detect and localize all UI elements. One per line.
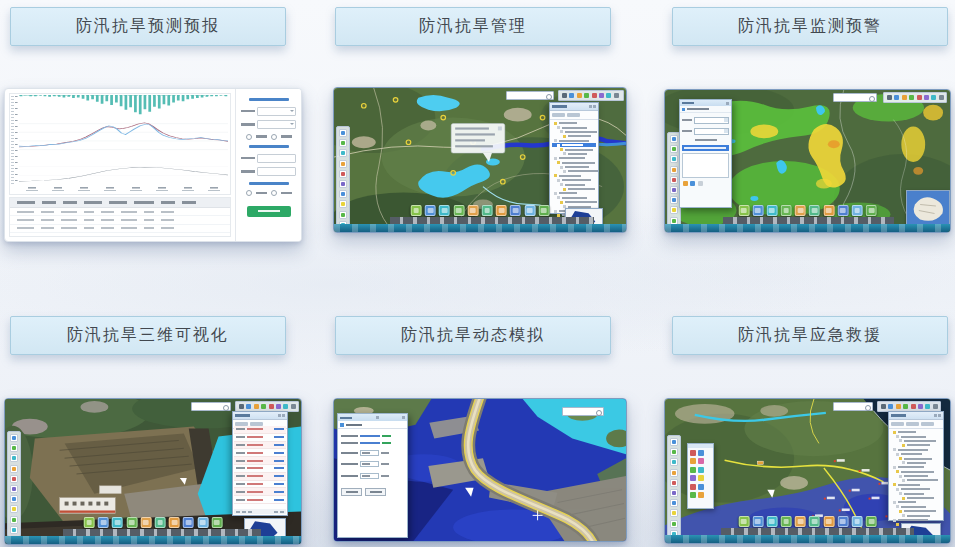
visualization-3d-screenshot[interactable] [4,398,302,545]
tool-icon[interactable] [339,170,347,178]
map-tool-icon[interactable] [909,95,914,100]
dialog-tab[interactable] [338,421,407,429]
tool-icon[interactable] [670,520,678,528]
layer-tree-panel[interactable] [549,102,599,214]
device-row[interactable] [234,434,286,442]
palette-icon[interactable] [698,450,704,456]
banner-simulation[interactable]: 防汛抗旱动态模拟 [335,316,611,355]
taskbar-app-icon[interactable] [837,205,848,216]
taskbar-app-icon[interactable] [98,517,109,528]
number-input[interactable] [360,473,379,479]
palette-icon[interactable] [698,484,704,490]
monitoring-device-panel[interactable] [232,411,288,516]
palette-icon[interactable] [690,458,696,464]
breach-width-row[interactable] [341,461,404,467]
map-tool-icon[interactable] [269,404,274,409]
tool-icon[interactable] [10,434,18,442]
taskbar-app-icon[interactable] [795,205,806,216]
taskbar-app-icon[interactable] [183,517,194,528]
map-search-input[interactable] [562,407,604,416]
map-tool-icon[interactable] [291,404,296,409]
map-tool-icon[interactable] [894,95,899,100]
number-input[interactable] [360,461,379,467]
device-row[interactable] [234,473,286,481]
device-row[interactable] [234,449,286,457]
map-tool-icon[interactable] [903,404,908,409]
device-row[interactable] [234,496,286,504]
tool-icon[interactable] [339,149,347,157]
date-input[interactable] [694,117,729,125]
tool-icon[interactable] [670,499,678,507]
rescue-symbol-palette[interactable] [687,443,714,509]
tool-icon[interactable] [339,160,347,168]
option-label[interactable] [695,139,717,141]
palette-icon[interactable] [690,475,696,481]
map-tool-icon[interactable] [584,93,589,98]
taskbar-app-icon[interactable] [767,205,778,216]
tool-icon[interactable] [670,135,678,143]
taskbar-app-icon[interactable] [866,516,877,527]
minimize-icon[interactable] [376,416,379,419]
tool-icon[interactable] [670,448,678,456]
tool-icon[interactable] [670,469,678,477]
taskbar-app-icon[interactable] [837,516,848,527]
tool-icon[interactable] [10,465,18,473]
map-tool-icon[interactable] [939,95,944,100]
number-input[interactable] [360,450,379,456]
map-tool-icon[interactable] [246,404,251,409]
legend-icon[interactable] [683,181,688,186]
tool-icon[interactable] [670,206,678,214]
start-date-field[interactable] [682,117,729,125]
palette-icon[interactable] [690,467,696,473]
device-row[interactable] [234,488,286,496]
map-tool-icon[interactable] [896,404,901,409]
taskbar-app-icon[interactable] [781,516,792,527]
taskbar-app-icon[interactable] [823,205,834,216]
map-tool-icon[interactable] [577,93,582,98]
device-row[interactable] [234,457,286,465]
overview-map[interactable] [906,190,950,228]
tool-icon[interactable] [10,485,18,493]
taskbar-app-icon[interactable] [852,205,863,216]
tool-icon[interactable] [10,454,18,462]
tool-icon[interactable] [670,176,678,184]
tool-icon[interactable] [10,444,18,452]
map-tool-icon[interactable] [562,93,567,98]
result-item-selected[interactable] [682,145,729,151]
reset-button[interactable] [365,488,386,496]
tool-icon[interactable] [670,196,678,204]
tool-icon[interactable] [339,200,347,208]
tool-icon[interactable] [670,509,678,517]
tool-icon[interactable] [10,495,18,503]
map-tool-icon[interactable] [931,95,936,100]
map-tool-icon[interactable] [261,404,266,409]
taskbar-app-icon[interactable] [738,205,749,216]
map-tool-icon[interactable] [925,404,930,409]
palette-icon[interactable] [698,492,704,498]
map-search-input[interactable] [506,91,554,100]
form-field[interactable] [241,120,296,129]
device-row[interactable] [234,442,286,450]
taskbar-app-icon[interactable] [482,205,493,216]
map-tool-icon[interactable] [887,95,892,100]
tool-icon[interactable] [10,475,18,483]
tool-icon[interactable] [670,438,678,446]
map-tool-icon[interactable] [283,404,288,409]
taskbar-app-icon[interactable] [767,516,778,527]
device-row[interactable] [234,481,286,489]
form-field[interactable] [241,167,296,176]
taskbar-app-icon[interactable] [439,205,450,216]
map-tool-icon[interactable] [933,404,938,409]
map-tool-icon[interactable] [606,93,611,98]
monitoring-screenshot[interactable] [664,89,951,233]
palette-icon[interactable] [698,467,704,473]
taskbar-app-icon[interactable] [781,205,792,216]
palette-icon[interactable] [690,450,696,456]
taskbar-app-icon[interactable] [852,516,863,527]
taskbar-app-icon[interactable] [411,205,422,216]
breach-level-row[interactable] [341,450,404,456]
palette-icon[interactable] [698,458,704,464]
banner-management[interactable]: 防汛抗旱管理 [335,7,611,46]
banner-monitoring[interactable]: 防汛抗旱监测预警 [672,7,948,46]
taskbar-app-icon[interactable] [169,517,180,528]
